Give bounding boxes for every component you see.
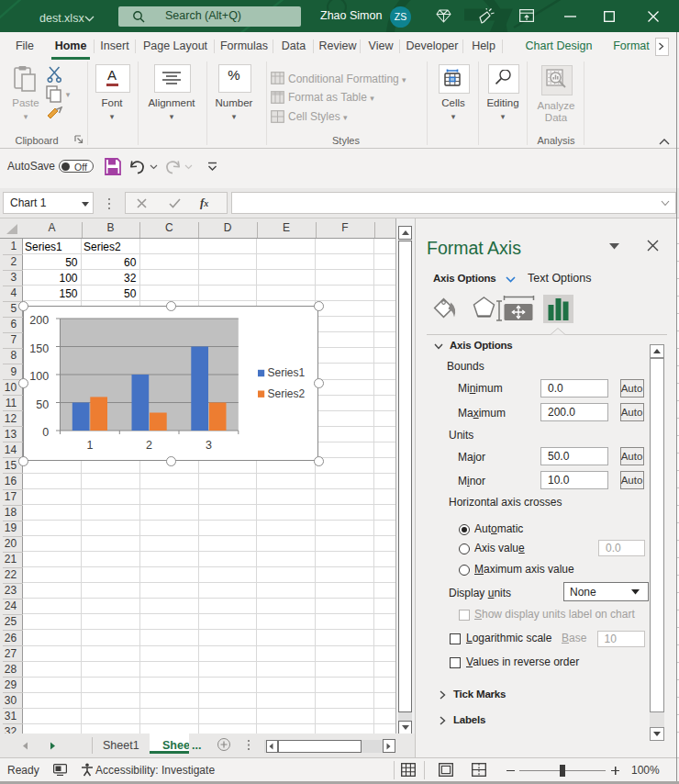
svg-text:Series2: Series2 bbox=[268, 387, 306, 400]
svg-text:2: 2 bbox=[146, 439, 152, 452]
svg-text:0: 0 bbox=[42, 426, 49, 439]
svg-text:1: 1 bbox=[86, 439, 93, 452]
svg-text:3: 3 bbox=[206, 439, 212, 452]
svg-text:Series1: Series1 bbox=[268, 366, 306, 379]
svg-text:50: 50 bbox=[36, 398, 49, 411]
svg-text:200: 200 bbox=[29, 314, 49, 327]
svg-text:100: 100 bbox=[29, 370, 49, 383]
svg-text:150: 150 bbox=[29, 342, 49, 355]
